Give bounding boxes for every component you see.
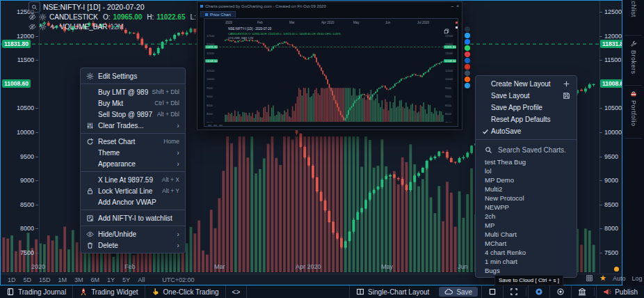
timeframe-button[interactable]: 3M xyxy=(74,276,83,283)
timeframe-button[interactable]: 5Y xyxy=(122,276,130,283)
symbol-search-button[interactable] xyxy=(29,1,40,13)
timeframe-button[interactable]: 1M xyxy=(58,276,67,283)
footer-button-publish[interactable]: Publish xyxy=(596,285,644,298)
bank-icon xyxy=(578,288,586,296)
menu-item-delete[interactable]: Delete› xyxy=(81,240,185,251)
blogger-icon[interactable] xyxy=(465,26,470,32)
chart-snapshot-popup[interactable]: Charts powered by GoCharting.com - Creat… xyxy=(197,1,462,130)
mini-price-tick: 12500 xyxy=(207,34,214,38)
mini-price-tick: 9000 xyxy=(445,95,451,98)
side-tab-portfolio[interactable]: Portfolio xyxy=(626,91,641,127)
saved-chart-item[interactable]: Multi Chart xyxy=(476,230,577,239)
menu-item-clear-trades[interactable]: Clear Trades...› xyxy=(81,120,185,131)
menu-item-sell-stop-9897-59[interactable]: Sell Stop @ 9897.59Alt + Dbl xyxy=(81,109,185,120)
saved-chart-item[interactable]: New Protocol xyxy=(476,194,577,203)
footer-button-one-click-trading[interactable]: One-Click Trading xyxy=(145,285,226,298)
timezone-label[interactable]: UTC+02:00 xyxy=(162,276,194,283)
grid-settings-icon[interactable] xyxy=(586,274,593,282)
menu-item-reset-app-defaults[interactable]: Reset App Defaults xyxy=(476,113,577,125)
menu-item-lock-vertical-line[interactable]: Lock Vertical LineAlt + Y xyxy=(81,185,185,196)
menu-item-add-anchor-vwap[interactable]: Add Anchor VWAP xyxy=(81,196,185,207)
menu-item-buy-lmt-9897-59[interactable]: Buy LMT @ 9897.59Shift + Dbl xyxy=(81,86,185,97)
facebook-icon[interactable] xyxy=(465,39,470,45)
eye-off-icon[interactable] xyxy=(29,13,36,21)
footer-button--[interactable]: <> xyxy=(226,285,248,298)
footer-button-single-chart-layout[interactable]: Single-Chart Layout xyxy=(349,285,435,298)
favorite-star-icon[interactable]: ★ xyxy=(599,274,606,282)
saved-chart-item[interactable]: MP Demo xyxy=(476,175,577,185)
footer-button-frame-icon[interactable] xyxy=(481,285,503,298)
footer-button-label: Trading Journal xyxy=(18,288,66,296)
reddit-icon[interactable] xyxy=(465,77,470,82)
saved-chart-item[interactable]: 1 min chart xyxy=(476,257,577,266)
popup-title-bar[interactable]: Charts powered by GoCharting.com - Creat… xyxy=(198,2,462,10)
saved-chart-item[interactable]: Multi2 xyxy=(476,185,577,194)
menu-item-appearance[interactable]: Appearance› xyxy=(81,158,185,169)
saved-chart-item[interactable]: test Thea Bug xyxy=(476,157,577,166)
search-saved-charts[interactable]: Search Saved Charts. xyxy=(476,142,577,157)
linkedin-icon[interactable] xyxy=(465,58,470,63)
footer-button-expand-icon[interactable] xyxy=(503,285,524,298)
side-tab-brokers[interactable]: Brokers xyxy=(626,40,641,74)
whatsapp-icon[interactable] xyxy=(465,45,470,51)
popup-window-button[interactable]: × xyxy=(456,3,459,8)
mini-price-tick: 8500 xyxy=(445,104,451,107)
footer-button-trading-widget[interactable]: Trading Widget xyxy=(73,285,145,298)
email-icon[interactable] xyxy=(465,70,470,76)
side-tab-watchlist[interactable]: Watchlist xyxy=(626,0,641,17)
saved-chart-item[interactable]: MChart xyxy=(476,239,577,248)
menu-item-create-new-layout[interactable]: Create New Layout xyxy=(476,78,577,90)
menu-item-x-line-at-9897-59[interactable]: X Line At 9897.59Alt + X xyxy=(81,174,185,185)
tab-icon xyxy=(205,13,208,16)
gear-icon[interactable] xyxy=(39,13,47,21)
menu-item-hide-unhide[interactable]: Hide/Unhide› xyxy=(81,228,185,240)
menu-item-save-app-profile[interactable]: Save App Profile xyxy=(476,102,577,113)
twitter-icon[interactable] xyxy=(465,33,470,38)
footer-divider xyxy=(594,288,595,296)
popup-window-controls[interactable]: –× xyxy=(451,3,459,8)
footer-button-trading-journal[interactable]: Trading Journal xyxy=(0,285,73,298)
menu-item-save-layout[interactable]: Save Layout xyxy=(476,90,577,102)
saved-chart-item[interactable]: MP xyxy=(476,221,577,230)
timeframe-button[interactable]: 15D xyxy=(39,276,51,283)
saved-chart-item[interactable]: NEWPP xyxy=(476,203,577,212)
price-tick-label: 12000 xyxy=(604,33,622,40)
tab-price-chart[interactable]: Price Chart xyxy=(200,11,236,17)
menu-item-autosave[interactable]: AutoSave xyxy=(476,125,577,137)
footer-button-save[interactable]: Save xyxy=(439,287,478,297)
saved-chart-item[interactable]: 4 chart Renko xyxy=(476,248,577,257)
footer-button-circle-filled-icon[interactable] xyxy=(528,285,549,298)
menu-item-edit-settings[interactable]: Edit Settings xyxy=(81,70,185,81)
open-value: 10965.00 xyxy=(113,13,143,21)
saved-chart-item[interactable]: Bugs xyxy=(476,266,577,275)
footer-button-bank-icon[interactable] xyxy=(571,285,593,298)
menu-item-add-nifty-i-to-watchlist[interactable]: Add NIFTY-I to watchlist xyxy=(81,212,185,224)
youtube-icon[interactable] xyxy=(465,64,470,70)
footer-button-target-icon[interactable] xyxy=(549,285,571,298)
pinterest-icon[interactable] xyxy=(465,52,470,57)
popup-window-button[interactable]: – xyxy=(451,3,454,8)
log-scale-button[interactable]: Log xyxy=(631,275,642,282)
timeframe-button[interactable]: 1D xyxy=(8,276,16,283)
mini-date-label: 2020 xyxy=(225,21,232,24)
eye-off-icon[interactable] xyxy=(29,23,36,31)
menu-item-reset-chart[interactable]: Reset ChartHome xyxy=(81,136,185,147)
telegram-icon[interactable] xyxy=(465,83,470,88)
target-icon xyxy=(556,288,565,296)
timeframe-button[interactable]: 6M xyxy=(91,276,100,283)
timeframe-button[interactable]: All xyxy=(138,276,145,283)
gear-icon[interactable] xyxy=(39,23,47,31)
copy-icon[interactable] xyxy=(444,24,449,30)
mini-price-tick: 10000 xyxy=(207,77,214,81)
menu-item-theme[interactable]: Theme› xyxy=(81,147,185,158)
gear-icon xyxy=(86,72,97,80)
saved-chart-item[interactable]: lol xyxy=(476,166,577,175)
auto-scale-button[interactable]: Auto xyxy=(613,275,626,282)
mini-legend-ohlc: CANDLESTICK O: 10965.00 H: 11022.65 L: 1… xyxy=(228,32,341,36)
watchlist-add-icon xyxy=(86,214,97,222)
saved-chart-item[interactable]: 2ch xyxy=(476,212,577,221)
timeframe-button[interactable]: 1Y xyxy=(107,276,115,283)
menu-item-label: Create New Layout xyxy=(491,80,563,88)
menu-item-buy-mkt[interactable]: Buy MktCtrl + Dbl xyxy=(81,97,185,109)
timeframe-button[interactable]: 5D xyxy=(24,276,32,283)
